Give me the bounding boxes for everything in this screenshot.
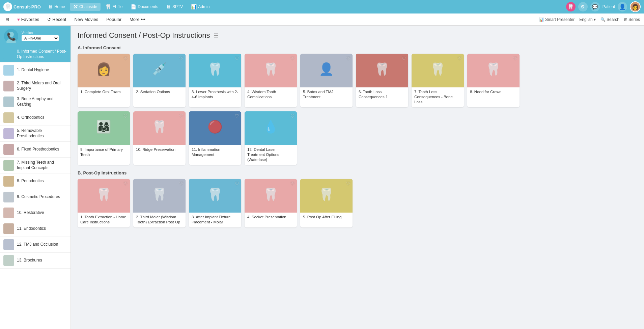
card-heart-8[interactable]: ♡: [513, 56, 517, 61]
menu-icon[interactable]: ☰: [214, 32, 218, 39]
card-label-5: 5. Botox and TMJ Treatment: [300, 87, 353, 102]
subnav-recent[interactable]: ↺ Recent: [46, 16, 67, 23]
card-heart-3[interactable]: ♡: [235, 181, 239, 186]
card-1[interactable]: ♡🦷1. Tooth Extraction - Home Care Instru…: [78, 179, 130, 227]
sidebar-item-4[interactable]: 4. Orthodontics: [0, 110, 71, 126]
sidebar-item-8[interactable]: 8. Periodontics: [0, 173, 71, 189]
user-icon-btn[interactable]: 👤: [618, 2, 627, 11]
sidebar-label-0: 0. Informed Consent / Post-Op Instructio…: [17, 49, 67, 59]
nav-home[interactable]: 🖥 Home: [45, 3, 68, 11]
card-10[interactable]: ♡🦷10. Ridge Preservation: [133, 111, 186, 165]
sidebar-item-3[interactable]: 3. Bone Atrophy and Grafting: [0, 94, 71, 110]
sidebar-item-5[interactable]: 5. Removable Prosthodontics: [0, 126, 71, 142]
card-4[interactable]: ♡🦷4. Socket Preservation: [245, 179, 297, 227]
card-3[interactable]: ♡🦷3. After Implant Fixture Placement - M…: [189, 179, 241, 227]
subnav-new-movies[interactable]: New Movies: [73, 16, 100, 23]
sidebar-item-11[interactable]: 11. Endodontics: [0, 221, 71, 237]
card-heart-7[interactable]: ♡: [457, 56, 462, 61]
monitor-icon: 🖥: [48, 4, 53, 9]
card-6[interactable]: ♡🦷6. Tooth Loss Consequences 1: [356, 54, 408, 107]
smart-presenter-icon: 📊: [539, 17, 544, 22]
card-heart-12[interactable]: ♡: [290, 113, 295, 119]
card-heart-6[interactable]: ♡: [402, 56, 406, 61]
card-thumb-2: ♡💉: [133, 54, 186, 87]
subnav-favorites[interactable]: ♥ Favorites: [16, 16, 40, 23]
chat-btn[interactable]: 💬: [590, 2, 600, 11]
card-11[interactable]: ♡🔴11. Inflammation Management: [189, 111, 241, 165]
card-3[interactable]: ♡🦷3. Lower Prosthesis with 2-4-6 Implant…: [189, 54, 241, 107]
sidebar-item-12[interactable]: 12. TMJ and Occlusion: [0, 237, 71, 253]
card-8[interactable]: ♡🦷8. Need for Crown: [467, 54, 520, 107]
card-heart-5[interactable]: ♡: [346, 181, 351, 186]
card-1[interactable]: ♡👩1. Complete Oral Exam: [78, 54, 130, 107]
sidebar-item-0[interactable]: 0. Informed Consent / Post-Op Instructio…: [0, 47, 71, 62]
card-7[interactable]: ♡🦷7. Tooth Loss Consequences - Bone Loss: [412, 54, 464, 107]
sidebar-item-7[interactable]: 7. Missing Teeth and Implant Concepts: [0, 158, 71, 173]
tooth-btn[interactable]: 🦷: [566, 2, 576, 11]
card-heart-2[interactable]: ♡: [179, 181, 184, 186]
sidebar-item-10[interactable]: 10. Restorative: [0, 205, 71, 221]
sidebar-item-1[interactable]: 1. Dental Hygiene: [0, 62, 71, 78]
card-9[interactable]: ♡👨‍👩‍👧9. Importance of Primary Teeth: [78, 111, 130, 165]
sidebar-item-6[interactable]: 6. Fixed Prosthodontics: [0, 142, 71, 158]
svg-text:👨‍👩‍👧: 👨‍👩‍👧: [96, 119, 111, 134]
card-heart-3[interactable]: ♡: [235, 56, 239, 61]
card-heart-5[interactable]: ♡: [346, 56, 351, 61]
search-btn[interactable]: 🔍 Search: [600, 17, 619, 22]
sidebar-item-2[interactable]: 2. Third Molars and Oral Surgery: [0, 78, 71, 94]
nav-admin[interactable]: 📊 Admin: [188, 3, 213, 11]
card-5[interactable]: ♡🦷5. Post Op After Filling: [300, 179, 353, 227]
card-2[interactable]: ♡🦷2. Third Molar (Wisdom Tooth) Extracti…: [133, 179, 186, 227]
card-heart-10[interactable]: ♡: [179, 113, 184, 119]
card-5[interactable]: ♡👤5. Botox and TMJ Treatment: [300, 54, 353, 107]
series-btn[interactable]: ⊞ Series: [624, 17, 640, 22]
card-4[interactable]: ♡🦷4. Wisdom Tooth Complications: [245, 54, 297, 107]
card-heart-4[interactable]: ♡: [290, 181, 295, 186]
card-label-4: 4. Wisdom Tooth Complications: [245, 87, 297, 102]
sidebar-item-9[interactable]: 9. Cosmetic Procedures: [0, 189, 71, 205]
card-12[interactable]: ♡💧12. Dental Laser Treatment Options (Wa…: [245, 111, 297, 165]
nav-chainside[interactable]: 🛠 Chainside: [70, 3, 101, 11]
card-2[interactable]: ♡💉2. Sedation Options: [133, 54, 186, 107]
subnav-popular[interactable]: Popular: [105, 16, 123, 23]
card-label-1: 1. Tooth Extraction - Home Care Instruct…: [78, 213, 130, 227]
card-heart-11[interactable]: ♡: [235, 113, 239, 119]
card-thumb-1: ♡👩: [78, 54, 130, 87]
avatar[interactable]: 👩: [630, 1, 641, 12]
sidebar-label-2: 2. Third Molars and Oral Surgery: [17, 81, 67, 91]
version-select[interactable]: All-In-One: [22, 35, 59, 41]
sidebar-thumb-13: [3, 255, 14, 266]
documents-icon: 📄: [131, 4, 136, 9]
sidebar-item-13[interactable]: 13. Brochures: [0, 253, 71, 269]
card-thumb-11: ♡🔴: [189, 111, 241, 145]
card-thumb-5: ♡🦷: [300, 179, 353, 213]
section-b-cards: ♡🦷1. Tooth Extraction - Home Care Instru…: [78, 179, 637, 227]
subnav-more[interactable]: More •••: [128, 16, 147, 23]
sidebar-top: 📞 Version All-In-One: [0, 26, 71, 47]
card-heart-1[interactable]: ♡: [123, 56, 128, 61]
sidebar-avatar: 📞: [4, 29, 18, 43]
card-heart-9[interactable]: ♡: [123, 113, 128, 119]
subnav-filter[interactable]: ⊟: [4, 16, 10, 23]
patient-label: Patient: [603, 4, 615, 9]
svg-text:🦷: 🦷: [96, 187, 111, 201]
sidebar-label-9: 9. Cosmetic Procedures: [17, 194, 60, 200]
version-label: Version: [22, 31, 66, 35]
sidebar-thumb-8: [3, 176, 14, 187]
recent-icon: ↺: [47, 17, 51, 22]
svg-text:🦷: 🦷: [263, 62, 278, 76]
svg-text:🦷: 🦷: [374, 62, 390, 76]
sidebar-label-5: 5. Removable Prosthodontics: [17, 128, 67, 139]
nav-efile[interactable]: 🦷 Ehfile: [102, 3, 126, 11]
smart-presenter-btn[interactable]: 📊 Smart Presenter: [539, 17, 575, 22]
sidebar-thumb-10: [3, 208, 14, 218]
card-heart-4[interactable]: ♡: [290, 56, 295, 61]
logo[interactable]: 🦷 Consult-PRO: [3, 2, 41, 11]
share-btn[interactable]: ⚙: [578, 2, 588, 11]
card-heart-2[interactable]: ♡: [179, 56, 184, 61]
language-btn[interactable]: English ▾: [579, 17, 596, 22]
nav-sptv[interactable]: 🖥 SPTV: [163, 3, 186, 11]
card-heart-1[interactable]: ♡: [123, 181, 128, 186]
nav-documents[interactable]: 📄 Documents: [127, 3, 162, 11]
sidebar-thumb-0: [3, 49, 14, 60]
